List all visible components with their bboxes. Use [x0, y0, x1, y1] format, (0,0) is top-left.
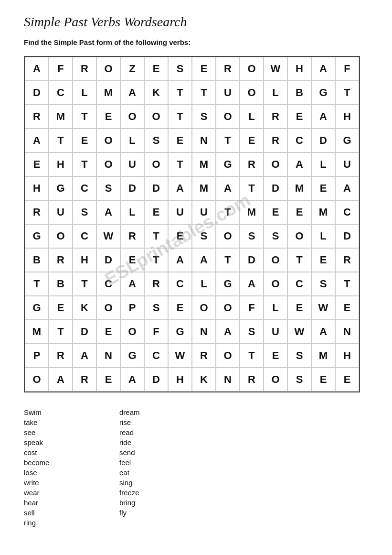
grid-cell-5-9: T: [240, 176, 264, 200]
word-item: dream: [119, 408, 215, 416]
grid-cell-10-13: E: [335, 296, 359, 320]
word-item: cost: [24, 448, 119, 457]
grid-cell-9-10: O: [264, 272, 287, 296]
grid-cell-3-10: R: [264, 129, 287, 152]
grid-cell-4-3: O: [96, 152, 120, 176]
grid-cell-1-3: M: [96, 81, 120, 105]
grid-cell-3-1: T: [49, 129, 73, 152]
word-column-right: dreamrisereadridesendfeeleatsingfreezebr…: [119, 408, 215, 527]
grid-cell-2-12: A: [311, 105, 335, 129]
grid-cell-4-1: H: [49, 152, 73, 176]
grid-cell-2-8: O: [216, 105, 240, 129]
grid-cell-9-2: T: [73, 272, 96, 296]
grid-cell-0-0: A: [25, 57, 49, 81]
grid-cell-12-2: A: [73, 344, 96, 368]
grid-cell-9-3: C: [96, 272, 120, 296]
grid-cell-12-1: R: [49, 344, 73, 368]
grid-cell-6-1: U: [49, 200, 73, 224]
grid-cell-7-3: W: [96, 224, 120, 248]
grid-cell-2-2: T: [73, 105, 96, 129]
grid-cell-0-7: E: [192, 57, 216, 81]
grid-cell-7-7: S: [192, 224, 216, 248]
word-item: become: [24, 458, 119, 467]
grid-cell-9-4: A: [120, 272, 144, 296]
grid-cell-11-7: N: [192, 320, 216, 344]
grid-cell-11-5: F: [144, 320, 168, 344]
grid-cell-12-12: M: [311, 344, 335, 368]
word-item: rise: [119, 418, 215, 426]
grid-cell-7-9: S: [240, 224, 264, 248]
grid-row-0: AFROZESEROWHAF: [25, 57, 359, 81]
grid-cell-6-11: E: [287, 200, 311, 224]
grid-cell-9-7: L: [192, 272, 216, 296]
word-item: hear: [24, 499, 119, 507]
word-item: lose: [24, 468, 119, 477]
grid-row-10: GEKOPSEOOFLEWE: [25, 296, 359, 320]
grid-cell-6-8: T: [216, 200, 240, 224]
grid-cell-7-10: S: [264, 224, 287, 248]
grid-cell-10-3: O: [96, 296, 120, 320]
word-item: take: [24, 418, 119, 426]
grid-cell-13-10: O: [264, 368, 287, 392]
grid-cell-1-9: O: [240, 81, 264, 105]
grid-cell-6-12: M: [311, 200, 335, 224]
grid-cell-12-8: O: [216, 344, 240, 368]
grid-cell-6-0: R: [25, 200, 49, 224]
grid-cell-1-4: A: [120, 81, 144, 105]
grid-cell-13-2: R: [73, 368, 96, 392]
grid-cell-0-5: E: [144, 57, 168, 81]
grid-cell-8-4: E: [120, 248, 144, 272]
grid-cell-1-7: T: [192, 81, 216, 105]
grid-cell-13-6: H: [168, 368, 192, 392]
word-item: bring: [119, 499, 215, 507]
grid-cell-13-13: E: [335, 368, 359, 392]
word-item: read: [119, 428, 215, 436]
grid-cell-11-0: M: [25, 320, 49, 344]
grid-cell-1-5: K: [144, 81, 168, 105]
grid-cell-10-7: O: [192, 296, 216, 320]
wordsearch-grid: AFROZESEROWHAFDCLMAKTTUOLBGTRMTEOOTSOLRE…: [24, 56, 360, 392]
grid-cell-6-2: S: [73, 200, 96, 224]
grid-cell-2-0: R: [25, 105, 49, 129]
grid-cell-13-1: A: [49, 368, 73, 392]
grid-cell-10-11: E: [287, 296, 311, 320]
grid-cell-5-2: C: [73, 176, 96, 200]
grid-cell-4-4: U: [120, 152, 144, 176]
grid-cell-5-4: D: [120, 176, 144, 200]
grid-cell-0-9: O: [240, 57, 264, 81]
grid-cell-2-13: H: [335, 105, 359, 129]
grid-cell-13-5: D: [144, 368, 168, 392]
grid-cell-9-8: G: [216, 272, 240, 296]
grid-cell-10-6: E: [168, 296, 192, 320]
grid-cell-3-6: E: [168, 129, 192, 152]
grid-cell-1-10: L: [264, 81, 287, 105]
grid-cell-5-8: A: [216, 176, 240, 200]
grid-cell-7-1: O: [49, 224, 73, 248]
grid-cell-3-3: O: [96, 129, 120, 152]
grid-cell-9-0: T: [25, 272, 49, 296]
grid-cell-10-12: W: [311, 296, 335, 320]
grid-cell-9-12: S: [311, 272, 335, 296]
grid-cell-11-2: D: [73, 320, 96, 344]
grid-cell-8-11: T: [287, 248, 311, 272]
word-item: sell: [24, 509, 119, 517]
grid-cell-6-9: M: [240, 200, 264, 224]
grid-cell-1-11: B: [287, 81, 311, 105]
grid-cell-13-8: N: [216, 368, 240, 392]
grid-cell-7-13: D: [335, 224, 359, 248]
grid-row-7: GOCWRTESOSSOLD: [25, 224, 359, 248]
word-item: speak: [24, 438, 119, 446]
grid-cell-3-12: D: [311, 129, 335, 152]
grid-row-4: EHTOUOTMGROALU: [25, 152, 359, 176]
grid-cell-11-1: T: [49, 320, 73, 344]
grid-row-12: PRANGCWROTESMH: [25, 344, 359, 368]
grid-cell-12-9: T: [240, 344, 264, 368]
grid-cell-11-4: O: [120, 320, 144, 344]
grid-cell-3-9: E: [240, 129, 264, 152]
grid-cell-8-13: R: [335, 248, 359, 272]
grid-cell-6-5: E: [144, 200, 168, 224]
grid-cell-7-12: L: [311, 224, 335, 248]
grid-cell-11-8: A: [216, 320, 240, 344]
grid-cell-13-4: A: [120, 368, 144, 392]
grid-cell-2-3: E: [96, 105, 120, 129]
